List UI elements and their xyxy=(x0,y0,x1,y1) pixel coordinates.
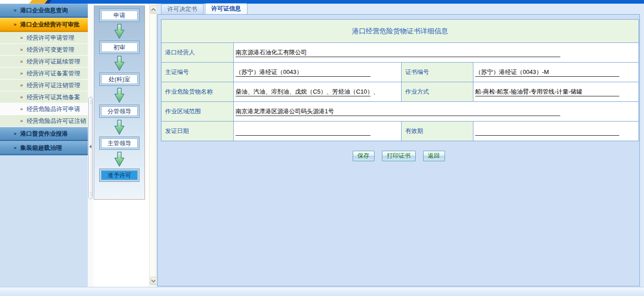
field-label: 作业危险货物名称 xyxy=(161,82,234,102)
field-value-cell: 柴油、汽油、溶剂油、戊烷（C5）、芳烃油（C10）、 xyxy=(234,82,402,102)
field-value-cell xyxy=(473,122,639,141)
tab[interactable]: 许可决定书 xyxy=(161,4,204,14)
flow-down-arrow-icon xyxy=(94,150,145,169)
workflow-steps: 申请 初审 处(科)室 分管领导 主管领导 准予许可 xyxy=(94,6,145,182)
sidebar-item-label: 港口普货作业报港 xyxy=(20,130,68,138)
main-content: 许可决定书许可证信息 港口经营危险货物证书详细信息 港口经营人南京源港石油化工有… xyxy=(156,4,644,287)
field-value-cell: 船-商检-船泵-输油臂-专用管线-计量-储罐 xyxy=(473,82,639,102)
form-table: 港口经营危险货物证书详细信息 港口经营人南京源港石油化工有限公司主证编号（苏宁）… xyxy=(161,19,639,141)
form-row: 发证日期有效期 xyxy=(161,122,639,141)
sidebar-item[interactable]: » 集装箱超载治理 xyxy=(0,141,88,155)
menu-arrow-icon: » xyxy=(20,47,23,52)
action-button[interactable]: 返回 xyxy=(423,151,445,161)
field-input[interactable]: （苏宁）港经证（0043）-M xyxy=(475,68,619,77)
top-banner xyxy=(0,0,644,4)
action-button[interactable]: 保存 xyxy=(353,151,375,161)
sidebar-subitem-label: 经营许可证延续管理 xyxy=(27,58,80,66)
workflow-step[interactable]: 准予许可 xyxy=(99,169,140,182)
sidebar-item[interactable]: » 港口普货作业报港 xyxy=(0,127,88,141)
workflow-step-label: 分管领导 xyxy=(107,107,131,116)
menu-arrow-icon: » xyxy=(20,83,23,88)
flow-down-arrow-icon xyxy=(94,54,145,73)
sidebar-subitem-label: 经营许可证注销管理 xyxy=(27,81,80,90)
action-button-label: 返回 xyxy=(428,152,440,159)
field-label: 证书编号 xyxy=(402,63,473,82)
workflow-step-label: 准予许可 xyxy=(107,171,131,180)
form-row: 作业危险货物名称柴油、汽油、溶剂油、戊烷（C5）、芳烃油（C10）、作业方式船-… xyxy=(161,82,639,102)
field-label: 作业方式 xyxy=(402,82,473,102)
menu-arrow-icon: » xyxy=(20,95,23,100)
action-button-label: 保存 xyxy=(358,152,370,159)
field-label: 主证编号 xyxy=(161,63,234,82)
sidebar-item[interactable]: » 港口企业经营许可审批 xyxy=(0,18,88,32)
workflow-column: 申请 初审 处(科)室 分管领导 主管领导 准予许可 xyxy=(93,4,149,287)
chevron-up-icon xyxy=(151,8,156,13)
sidebar-subitem[interactable]: » 经营许可证备案管理 xyxy=(0,68,88,79)
sidebar-subitem-label: 经营危险品许可证注销 xyxy=(27,117,86,125)
action-button[interactable]: 打印证书 xyxy=(382,151,416,161)
sidebar-menu: » 港口企业信息查询 » 港口企业经营许可审批 » 经营许可申请管理 » 经营许… xyxy=(0,4,88,155)
tab[interactable]: 许可证信息 xyxy=(205,3,247,14)
sidebar-item-label: 港口企业经营许可审批 xyxy=(20,21,80,29)
splitter-handle[interactable] xyxy=(88,97,93,199)
menu-arrow-icon: » xyxy=(14,8,16,13)
field-value-cell: 南京源港石油化工有限公司 xyxy=(234,43,639,63)
sidebar-subitem[interactable]: » 经营危险品许可证注销 xyxy=(0,115,88,127)
field-input[interactable] xyxy=(475,127,619,136)
sidebar-subitem[interactable]: » 经营许可证其他备案 xyxy=(0,91,88,103)
field-input[interactable] xyxy=(236,127,370,136)
workflow-step[interactable]: 初审 xyxy=(99,41,140,54)
field-value-cell: （苏宁）港经证（0043） xyxy=(234,63,402,82)
form-title-row: 港口经营危险货物证书详细信息 xyxy=(161,20,639,43)
status-bar xyxy=(0,287,644,296)
sidebar-subitem[interactable]: » 经营许可证延续管理 xyxy=(0,56,88,68)
workflow-step[interactable]: 主管领导 xyxy=(99,137,140,150)
workflow-step[interactable]: 处(科)室 xyxy=(99,73,140,86)
field-input[interactable]: 柴油、汽油、溶剂油、戊烷（C5）、芳烃油（C10）、 xyxy=(236,87,370,96)
workflow-step-label: 处(科)室 xyxy=(108,75,130,84)
tab-label: 许可证信息 xyxy=(211,5,241,12)
sidebar-item-label: 集装箱超载治理 xyxy=(20,144,62,152)
menu-arrow-icon: » xyxy=(14,131,16,136)
scroll-up-button[interactable] xyxy=(150,5,157,14)
menu-arrow-icon: » xyxy=(20,35,23,40)
workflow-step[interactable]: 分管领导 xyxy=(99,105,140,118)
field-label: 港口经营人 xyxy=(161,43,234,63)
flow-down-arrow-icon xyxy=(94,22,145,41)
sidebar-subitem-label: 经营许可变更管理 xyxy=(27,46,74,54)
sidebar-subitem-label: 经营许可证其他备案 xyxy=(27,93,80,101)
scroll-down-button[interactable] xyxy=(150,277,157,285)
menu-arrow-icon: » xyxy=(20,106,23,111)
field-input[interactable]: 南京港龙潭港区源港公司码头源港1号 xyxy=(236,107,560,116)
sidebar: » 港口企业信息查询 » 港口企业经营许可审批 » 经营许可申请管理 » 经营许… xyxy=(0,4,88,287)
field-input[interactable]: （苏宁）港经证（0043） xyxy=(236,68,370,77)
field-value-cell: 南京港龙潭港区源港公司码头源港1号 xyxy=(234,102,639,122)
button-row: 保存打印证书返回 xyxy=(158,151,639,161)
sidebar-subitem[interactable]: » 经营许可申请管理 xyxy=(0,32,88,44)
workflow-step-label: 初审 xyxy=(113,43,125,52)
sidebar-splitter[interactable] xyxy=(88,4,93,287)
field-input[interactable]: 船-商检-船泵-输油臂-专用管线-计量-储罐 xyxy=(475,87,619,96)
sidebar-subitem[interactable]: » 经营许可证注销管理 xyxy=(0,79,88,91)
sidebar-subitem-label: 经营许可申请管理 xyxy=(27,34,74,42)
sidebar-item[interactable]: » 港口企业信息查询 xyxy=(0,4,88,18)
flow-down-arrow-icon xyxy=(94,118,145,137)
collapse-left-arrow-icon xyxy=(89,145,91,148)
workflow-step-label: 主管领导 xyxy=(107,139,131,148)
vertical-scrollbar[interactable] xyxy=(149,4,156,287)
sidebar-subitem[interactable]: » 经营危险品许可申请 xyxy=(0,103,88,115)
grip-dots-icon xyxy=(90,192,92,196)
tab-label: 许可决定书 xyxy=(167,5,197,12)
chevron-down-icon xyxy=(151,278,156,283)
field-input[interactable]: 南京源港石油化工有限公司 xyxy=(236,48,560,57)
workflow-step[interactable]: 申请 xyxy=(99,9,140,22)
sidebar-subitem[interactable]: » 经营许可变更管理 xyxy=(0,44,88,56)
workflow-step-label: 申请 xyxy=(113,11,125,20)
form-title: 港口经营危险货物证书详细信息 xyxy=(161,20,639,43)
menu-arrow-icon: » xyxy=(20,59,23,64)
field-value-cell xyxy=(234,122,402,141)
menu-arrow-icon: » xyxy=(20,118,23,123)
tab-strip: 许可决定书许可证信息 xyxy=(161,4,249,14)
tab-panel: 港口经营危险货物证书详细信息 港口经营人南京源港石油化工有限公司主证编号（苏宁）… xyxy=(157,14,640,286)
form-row: 主证编号（苏宁）港经证（0043）证书编号（苏宁）港经证（0043）-M xyxy=(161,63,639,82)
